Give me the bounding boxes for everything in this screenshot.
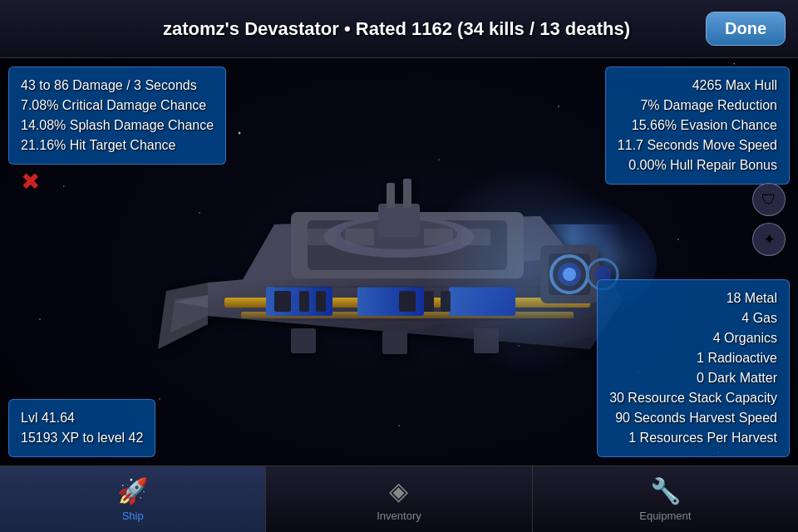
level-stat: Lvl 41.64: [21, 408, 143, 428]
svg-rect-15: [316, 291, 326, 312]
move-speed-stat: 11.7 Seconds Move Speed: [618, 135, 777, 155]
svg-rect-23: [387, 183, 395, 208]
hull-stat: 4265 Max Hull: [618, 76, 777, 96]
damage-stat: 43 to 86 Damage / 3 Seconds: [21, 76, 214, 96]
equipment-nav-label: Equipment: [639, 510, 691, 522]
star-badge-icon: ✦: [752, 223, 786, 256]
gas-stat: 4 Gas: [609, 308, 777, 328]
organics-stat: 4 Organics: [609, 328, 777, 348]
done-button[interactable]: Done: [706, 12, 786, 46]
ship-nav-label: Ship: [122, 510, 144, 522]
ship-title: zatomz's Devastator • Rated 1162 (34 kil…: [87, 18, 706, 40]
critical-stat: 7.08% Critical Damage Chance: [21, 96, 214, 116]
left-badge: ✖: [15, 166, 45, 196]
svg-rect-13: [274, 291, 291, 312]
metal-stat: 18 Metal: [609, 288, 777, 308]
svg-rect-10: [449, 287, 515, 316]
svg-rect-22: [378, 204, 420, 237]
svg-rect-38: [461, 229, 490, 245]
resources-per-harvest-stat: 1 Resources Per Harvest: [609, 428, 777, 448]
svg-rect-35: [308, 229, 337, 245]
attack-stats-panel: 43 to 86 Damage / 3 Seconds 7.08% Critic…: [8, 66, 226, 165]
radioactive-stat: 1 Radioactive: [609, 348, 777, 368]
inventory-nav-label: Inventory: [377, 510, 421, 522]
ship-nav-icon: 🚀: [117, 476, 148, 505]
svg-rect-37: [424, 229, 453, 245]
harvest-speed-stat: 90 Seconds Harvest Speed: [609, 408, 777, 428]
svg-rect-17: [424, 291, 434, 312]
stack-capacity-stat: 30 Resource Stack Capacity: [609, 388, 777, 408]
defense-stats-panel: 4265 Max Hull 7% Damage Reduction 15.66%…: [605, 66, 790, 185]
hit-stat: 21.16% Hit Target Chance: [21, 135, 214, 155]
nav-item-equipment[interactable]: 🔧 Equipment: [533, 466, 798, 532]
svg-rect-18: [441, 291, 451, 312]
header-bar: zatomz's Devastator • Rated 1162 (34 kil…: [0, 0, 798, 58]
xp-stat: 15193 XP to level 42: [21, 428, 143, 448]
evasion-stat: 15.66% Evasion Chance: [618, 116, 777, 135]
resources-stats-panel: 18 Metal 4 Gas 4 Organics 1 Radioactive …: [597, 279, 790, 457]
svg-rect-24: [403, 179, 411, 208]
nav-item-inventory[interactable]: ◈ Inventory: [266, 466, 532, 532]
svg-rect-34: [474, 328, 499, 353]
dark-matter-stat: 0 Dark Matter: [609, 368, 777, 388]
inventory-nav-icon: ◈: [389, 476, 408, 505]
svg-rect-14: [299, 291, 309, 312]
bottom-navigation: 🚀 Ship ◈ Inventory 🔧 Equipment: [0, 466, 798, 532]
target-icon: ✖: [21, 168, 40, 195]
right-badges: 🛡 ✦: [752, 183, 786, 256]
equipment-nav-icon: 🔧: [650, 476, 681, 505]
splash-stat: 14.08% Splash Damage Chance: [21, 116, 214, 135]
svg-point-29: [563, 268, 576, 281]
shield-badge-icon: 🛡: [752, 183, 786, 216]
svg-rect-32: [291, 328, 316, 353]
xp-stats-panel: Lvl 41.64 15193 XP to level 42: [8, 399, 155, 457]
hull-repair-stat: 0.00% Hull Repair Bonus: [618, 155, 777, 175]
damage-reduction-stat: 7% Damage Reduction: [618, 96, 777, 116]
svg-rect-36: [345, 229, 374, 245]
svg-rect-16: [399, 291, 416, 312]
svg-rect-33: [382, 331, 407, 354]
nav-item-ship[interactable]: 🚀 Ship: [0, 466, 266, 532]
